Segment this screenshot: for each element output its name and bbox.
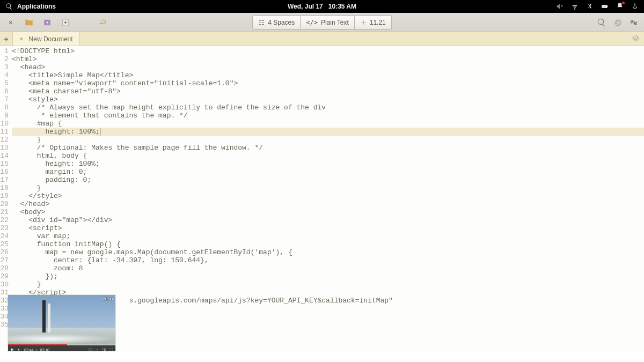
notification-icon[interactable] <box>616 2 624 10</box>
cursor-position[interactable]: 11.21 <box>355 16 392 29</box>
svg-point-3 <box>47 21 48 23</box>
applications-menu[interactable]: Applications <box>17 3 56 10</box>
svg-rect-0 <box>602 5 608 8</box>
tab-title: New Document <box>29 35 73 43</box>
search-icon[interactable] <box>597 18 606 27</box>
save-button[interactable] <box>58 16 73 29</box>
bluetooth-icon[interactable] <box>586 3 594 10</box>
close-tab-icon[interactable]: × <box>19 35 24 43</box>
system-top-bar: Applications Wed, Jul 17 10:35 AM <box>0 0 644 13</box>
open-recent-button[interactable] <box>40 16 55 29</box>
battery-icon[interactable] <box>601 3 609 10</box>
history-icon[interactable] <box>632 34 640 45</box>
svg-rect-8 <box>104 350 105 351</box>
wifi-icon[interactable] <box>571 3 579 10</box>
launch-tower <box>42 300 46 333</box>
volume-mute-icon[interactable] <box>556 3 564 10</box>
close-button[interactable]: × <box>3 16 18 29</box>
restore-window-icon[interactable] <box>629 18 639 27</box>
network-logo: NBC <box>103 297 113 301</box>
tab-new-document[interactable]: × New Document <box>13 32 80 46</box>
editor-toolbar: × 4 Spaces </> Plain Text 11.21 <box>0 13 644 32</box>
tab-bar: + × New Document <box>0 32 644 46</box>
topbar-time[interactable]: 10:35 AM <box>328 3 356 10</box>
svg-point-6 <box>97 349 98 350</box>
open-file-button[interactable] <box>21 16 36 29</box>
exhaust-plume <box>8 334 115 344</box>
bottom-fade <box>0 351 644 362</box>
new-tab-button[interactable]: + <box>0 32 13 46</box>
svg-rect-1 <box>608 6 608 7</box>
pip-video-overlay[interactable]: NBC 02:44 / 03:10 <box>8 295 115 354</box>
language-selector[interactable]: </> Plain Text <box>301 16 355 29</box>
rocket <box>48 304 50 333</box>
search-icon[interactable] <box>5 3 13 10</box>
svg-rect-5 <box>89 349 92 351</box>
undo-button[interactable] <box>96 16 111 29</box>
gear-icon[interactable] <box>613 18 623 27</box>
power-icon[interactable] <box>631 3 639 10</box>
indent-selector[interactable]: 4 Spaces <box>252 16 301 29</box>
topbar-date[interactable]: Wed, Jul 17 <box>288 3 323 10</box>
